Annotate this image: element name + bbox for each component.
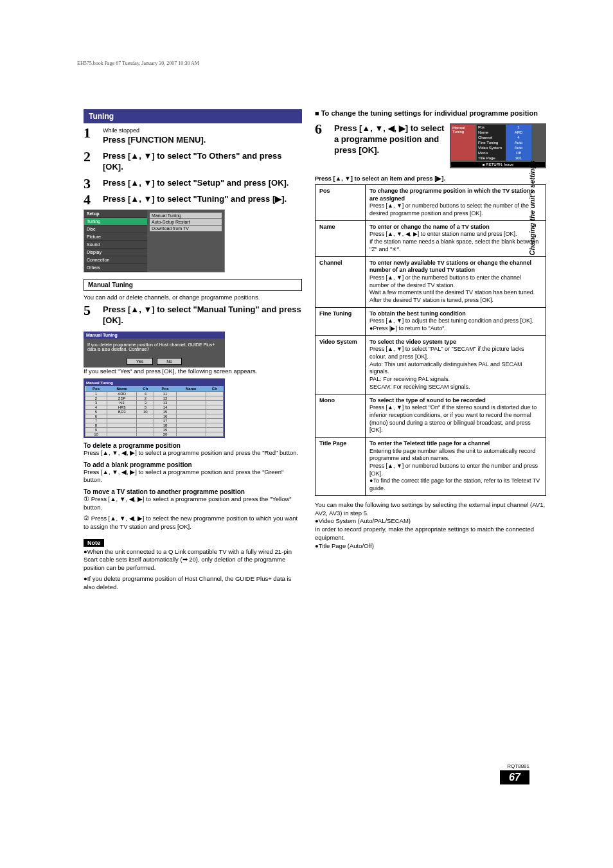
step-2-text: Press [▲, ▼] to select "To Others" and p… — [103, 151, 302, 173]
osd-list-cell: 5 — [137, 405, 154, 409]
osd-list-cell: 1 — [85, 391, 107, 396]
step-5-text: Press [▲, ▼] to select "Manual Tuning" a… — [103, 305, 302, 326]
osd-panel-item: Auto-Setup Restart — [150, 219, 222, 225]
spec-key: Mono — [315, 394, 366, 437]
spec-instruction: Press [▲, ▼] to select an item and press… — [315, 175, 546, 182]
step-6-number: 6 — [315, 121, 322, 137]
spec-value: To enter or change the name of a TV stat… — [366, 220, 546, 256]
spec-key: Name — [315, 220, 366, 256]
osd-confirm-message: If you delete programme position of Host… — [84, 339, 225, 355]
osd-manual-row: MonoOff — [477, 150, 531, 155]
after-table-notes: You can make the following two settings … — [315, 501, 546, 551]
section-title: Tuning — [84, 109, 302, 123]
confirm-after-text: If you select "Yes" and press [OK], the … — [84, 368, 302, 376]
spec-row: Fine TuningTo obtain the best tuning con… — [315, 307, 546, 335]
osd-list-header: Manual Tuning — [85, 380, 224, 386]
osd-list-cell — [206, 409, 223, 414]
osd-list-cell — [176, 396, 206, 400]
osd-menu-item: Disc — [84, 226, 147, 233]
step-1-number: 1 — [84, 125, 91, 141]
osd-list-cell: ARD — [107, 391, 137, 396]
osd-list-cell: 10 — [85, 432, 107, 436]
step-1-text: Press [FUNCTION MENU]. — [103, 135, 302, 146]
osd-list-cell: 10 — [137, 409, 154, 414]
osd-list-cell: 2 — [137, 396, 154, 400]
osd-manual-row: NameARD — [477, 130, 531, 135]
osd-setup-screen: Setup TuningDiscPictureSoundDisplayConne… — [84, 209, 225, 272]
osd-list-cell: 20 — [154, 432, 176, 436]
note-label: Note — [84, 539, 104, 547]
osd-panel-item: Manual Tuning — [150, 213, 222, 218]
osd-menu-item: Tuning — [84, 218, 147, 226]
osd-list-cell — [206, 432, 223, 436]
osd-list-col: Name — [107, 386, 137, 392]
osd-manual-key: Mono — [477, 150, 506, 155]
add-body: Press [▲, ▼, ◀, ▶] to select a programme… — [84, 468, 302, 485]
osd-menu-item: Picture — [84, 233, 147, 241]
osd-list-cell — [176, 432, 206, 436]
osd-manual-val: Auto — [506, 140, 531, 145]
move-step-1: ① Press [▲, ▼, ◀, ▶] to select a program… — [84, 495, 302, 512]
osd-list-cell: 6 — [85, 414, 107, 418]
osd-manual-row: Fine TuningAuto — [477, 140, 531, 145]
spec-table: PosTo change the programme position in w… — [315, 184, 546, 496]
osd-manual-val: 4 — [506, 135, 531, 140]
osd-manual-val: 1 — [506, 125, 531, 130]
osd-list-col: Pos — [154, 386, 176, 392]
osd-manual-side-label: Manual Tuning — [451, 125, 475, 161]
osd-list-cell — [107, 427, 137, 432]
osd-list-cell: ZDF — [107, 396, 137, 400]
square-bullet-icon: ■ — [315, 109, 319, 117]
osd-list-col: Ch — [206, 386, 223, 392]
osd-list-cell — [137, 418, 154, 423]
spec-row: MonoTo select the type of sound to be re… — [315, 394, 546, 437]
osd-panel-item: Download from TV — [150, 226, 222, 231]
osd-list-cell: 18 — [154, 423, 176, 427]
osd-confirm-dialog: Manual Tuning If you delete programme po… — [84, 332, 225, 368]
osd-list-cell — [176, 427, 206, 432]
spec-key: Channel — [315, 256, 366, 307]
osd-list-cell: HR3 — [107, 405, 137, 409]
osd-menu-item: Others — [84, 264, 147, 272]
osd-list-cell — [176, 405, 206, 409]
osd-list-cell — [176, 409, 206, 414]
manual-tuning-heading: Manual Tuning — [84, 279, 302, 291]
page-footer: RQT8881 67 — [500, 763, 529, 784]
osd-list-cell — [137, 427, 154, 432]
osd-list-cell — [206, 427, 223, 432]
step-4-text: Press [▲, ▼] to select "Tuning" and pres… — [103, 194, 302, 205]
osd-list-cell: 16 — [154, 414, 176, 418]
osd-list-cell: BR3 — [107, 409, 137, 414]
right-column: ■ To change the tuning settings for indi… — [315, 109, 546, 551]
spec-row: ChannelTo enter newly available TV stati… — [315, 256, 546, 307]
after-table-line: You can make the following two settings … — [315, 501, 546, 518]
spec-key: Title Page — [315, 437, 366, 495]
spec-row: Title PageTo enter the Teletext title pa… — [315, 437, 546, 495]
delete-body: Press [▲, ▼, ◀, ▶] to select a programme… — [84, 449, 302, 457]
manual-tuning-intro: You can add or delete channels, or chang… — [84, 294, 302, 302]
step-3-number: 3 — [84, 175, 91, 192]
osd-list-cell — [107, 414, 137, 418]
osd-manual-row: Pos1 — [477, 125, 531, 130]
step-6-text: Press [▲, ▼, ◀, ▶] to select a programme… — [334, 123, 445, 156]
osd-list-cell: 17 — [154, 418, 176, 423]
osd-list-cell — [206, 418, 223, 423]
osd-list-cell — [206, 400, 223, 405]
osd-list-cell — [206, 391, 223, 396]
move-heading: To move a TV station to another programm… — [84, 488, 302, 495]
step-6: 6 Press [▲, ▼, ◀, ▶] to select a program… — [315, 123, 445, 163]
osd-list-cell: 15 — [154, 409, 176, 414]
osd-list-cell: 19 — [154, 427, 176, 432]
step-5-number: 5 — [84, 302, 91, 319]
osd-menu-item: Connection — [84, 256, 147, 264]
osd-confirm-no: No — [157, 358, 182, 365]
step-2: 2Press [▲, ▼] to select "To Others" and … — [84, 151, 302, 173]
spec-key: Fine Tuning — [315, 307, 366, 335]
osd-list-cell: 14 — [154, 405, 176, 409]
spec-value: To enter newly available TV stations or … — [366, 256, 546, 307]
osd-list-cell — [206, 396, 223, 400]
page-number: 67 — [500, 770, 529, 784]
spec-key: Pos — [315, 185, 366, 221]
spec-value: To enter the Teletext title page for a c… — [366, 437, 546, 495]
right-intro-text: To change the tuning settings for indivi… — [321, 109, 538, 117]
